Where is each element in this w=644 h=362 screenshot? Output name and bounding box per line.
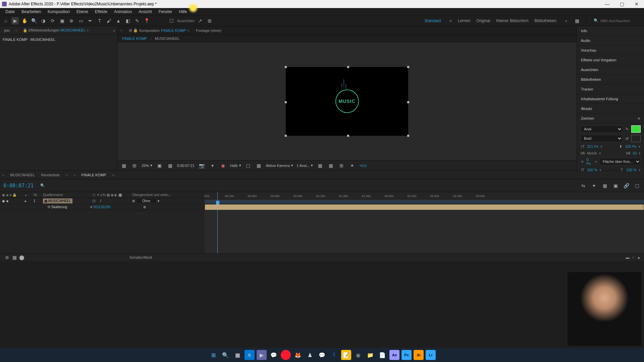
font-style-select[interactable]: Bold [580, 135, 623, 142]
maximize-button[interactable]: ▢ [614, 0, 629, 8]
v2-icon[interactable]: ▦ [327, 162, 334, 169]
channel-icon[interactable]: ▦ [166, 162, 174, 169]
taskbar-facebook-icon[interactable]: f [329, 350, 339, 360]
taskbar-start-icon[interactable]: ⊞ [208, 350, 218, 360]
footage-tab[interactable]: Footage (ohne) [196, 28, 221, 33]
timeline-tab-musicwheel[interactable]: MUSICWHEEL [10, 173, 35, 177]
menu-fenster[interactable]: Fenster [155, 9, 176, 15]
help-search-input[interactable] [600, 19, 641, 23]
hand-tool-icon[interactable]: ✋ [21, 17, 28, 24]
taskbar-obs-icon[interactable]: ◉ [353, 350, 363, 360]
workspace-reset-icon[interactable]: ▦ [573, 17, 581, 24]
timeline-tab-finale[interactable]: FINALE KOMP [81, 173, 106, 177]
taskbar-ae-icon[interactable]: Ae [389, 350, 399, 360]
toggle-shy-icon[interactable]: ⬤ [18, 254, 25, 261]
eyedropper-icon[interactable]: ✎ [625, 127, 629, 131]
zoom-tool-icon[interactable]: 🔍 [30, 17, 38, 24]
resolution-dropdown[interactable]: Halb ▾ [230, 163, 241, 168]
anchor-tool-icon[interactable]: ⊕ [68, 17, 75, 24]
taskbar-search-icon[interactable]: 🔍 [220, 350, 230, 360]
show-snapshot-icon[interactable]: ▾ [209, 162, 216, 169]
transparency-icon[interactable]: ▦ [255, 162, 263, 169]
toggle-frame-icon[interactable]: ▦ [11, 254, 18, 261]
taskbar-lr-icon[interactable]: Lr [426, 350, 436, 360]
brush-tool-icon[interactable]: 🖌 [105, 17, 113, 24]
orbit-tool-icon[interactable]: ◑ [40, 17, 47, 24]
menu-komposition[interactable]: Komposition [44, 9, 73, 15]
comp-tab-close-icon[interactable]: × [120, 28, 122, 33]
taskbar-ai-icon[interactable]: Ai [414, 350, 424, 360]
timeline-prop-scale[interactable]: ⟳ Skalierung ⚭ 50,0,50,0% ⊚ [0, 204, 205, 210]
fill-color-swatch[interactable] [631, 125, 641, 133]
puppet-tool-icon[interactable]: 📍 [143, 17, 150, 24]
zoom-in-icon[interactable]: ▲ [637, 255, 641, 259]
footer-label[interactable]: Schalter/Modi [129, 255, 152, 259]
timeline-timecode[interactable]: 0:00:07:21 [3, 183, 34, 189]
home-tool-icon[interactable]: ⌂ [2, 17, 9, 24]
menu-animation[interactable]: Animation [111, 9, 135, 15]
taskbar-firefox-icon[interactable]: 🦊 [293, 350, 303, 360]
v1-icon[interactable]: ▦ [316, 162, 324, 169]
panel-audio[interactable]: Audio [577, 36, 644, 46]
workspace-menu-icon[interactable]: ≡ [449, 19, 451, 23]
menu-effekte[interactable]: Effekte [92, 9, 111, 15]
panel-align[interactable]: Ausrichten [577, 65, 644, 75]
layer-bar-1[interactable] [205, 204, 644, 210]
workspace-bibliotheken[interactable]: Bibliotheken [534, 18, 556, 23]
res-icon[interactable]: ▣ [156, 162, 163, 169]
panel-zeichen-header[interactable]: Zeichen≡ [577, 114, 644, 123]
comp-canvas[interactable]: MUSIC [286, 67, 408, 136]
kerning-value[interactable]: Metrik [587, 151, 597, 155]
close-window-button[interactable]: ✕ [629, 0, 644, 8]
breadcrumb-musicwheel[interactable]: MUSICWHEEL [155, 37, 180, 41]
v4-icon[interactable]: ✦ [348, 162, 356, 169]
panel-tracker[interactable]: Tracker [577, 84, 644, 94]
taskbar-ps-icon[interactable]: Ps [401, 350, 412, 360]
stroke-width-value[interactable]: 0 Px [586, 158, 593, 166]
snapshot-icon[interactable]: 📷 [198, 162, 205, 169]
leading-value[interactable]: 325 Px [625, 144, 637, 148]
taskbar-explorer-icon[interactable]: 📁 [365, 350, 375, 360]
menu-hilfe[interactable]: Hilfe [175, 9, 190, 15]
panel-vorschau[interactable]: Vorschau [577, 46, 644, 55]
roi-icon[interactable]: ▢ [245, 162, 252, 169]
views-dropdown[interactable]: 1 Ansi... ▾ [297, 163, 313, 168]
timeline-ruler[interactable]: :00s 00:15s 00:30s 00:45s 01:00s 01:15s … [205, 192, 644, 204]
taskbar-taskview-icon[interactable]: ▦ [232, 350, 243, 360]
taskbar-notes-icon[interactable]: 📝 [341, 350, 351, 360]
clone-tool-icon[interactable]: ▲ [115, 17, 122, 24]
panel-info[interactable]: Info [577, 26, 644, 36]
timeline-layer-1[interactable]: ◉ ◈ ▸ 1 ▦ MUSICWHEEL ⬡ / ⊚ Ohne ▾ [0, 198, 205, 204]
composition-viewport[interactable]: MUSIC [117, 42, 577, 160]
taskbar-whatsapp-icon[interactable]: 💬 [269, 350, 279, 360]
workspace-lernen[interactable]: Lernen [458, 18, 470, 23]
panel-overflow-icon[interactable]: » [113, 28, 115, 33]
workspace-overflow-icon[interactable]: » [565, 19, 567, 23]
snap-opt1-icon[interactable]: ↗ [197, 17, 204, 24]
camera-tool-icon[interactable]: ▣ [58, 17, 66, 24]
tl-tab-close-icon[interactable]: × [66, 173, 68, 177]
tl-opt5-icon[interactable]: 🔗 [623, 182, 630, 189]
font-family-select[interactable]: Arial [580, 125, 623, 133]
taskbar-edge-icon[interactable]: e [245, 350, 255, 360]
panel-libraries[interactable]: Bibliotheken [577, 75, 644, 84]
stroke-color-swatch[interactable] [631, 135, 641, 142]
taskbar-opera-icon[interactable] [281, 350, 291, 360]
zoom-handle-icon[interactable]: ○ [632, 255, 634, 259]
taskbar-video-icon[interactable]: ▶ [257, 350, 267, 360]
shape-tool-icon[interactable]: ▭ [77, 17, 85, 24]
pen-tool-icon[interactable]: ✒ [87, 17, 94, 24]
viewer-timecode[interactable]: 0:00:07:21 [177, 164, 195, 168]
tl-tab-menu-icon[interactable]: ≡ [112, 173, 114, 177]
panel-absatz[interactable]: Absatz [577, 104, 644, 114]
zoom-dropdown[interactable]: 25% ▾ [142, 163, 152, 168]
menu-ansicht[interactable]: Ansicht [135, 9, 155, 15]
toggle-switches-icon[interactable]: ⊚ [3, 254, 11, 261]
stroke-mode-select[interactable]: Fläche über Kon... [599, 158, 641, 165]
eraser-tool-icon[interactable]: ◧ [124, 17, 131, 24]
panel-effects[interactable]: Effekte und Vorgaben [577, 55, 644, 65]
effect-controls-tab[interactable]: 🔒 Effekteinstellungen MUSICWHEEL ≡ [21, 27, 91, 34]
project-tab[interactable]: jekt [2, 27, 12, 34]
timeline-tab-render[interactable]: Renderliste [41, 173, 60, 177]
rotate-tool-icon[interactable]: ⟳ [49, 17, 56, 24]
